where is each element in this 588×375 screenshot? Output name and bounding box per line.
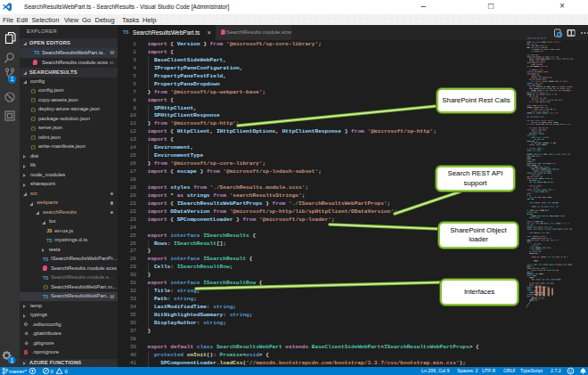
svg-text:1: 1 bbox=[11, 76, 14, 82]
svg-text:0: 0 bbox=[65, 369, 68, 374]
svg-text:0: 0 bbox=[51, 369, 53, 374]
svg-text:master*: master* bbox=[9, 369, 28, 374]
svg-text:1: 1 bbox=[10, 356, 13, 363]
